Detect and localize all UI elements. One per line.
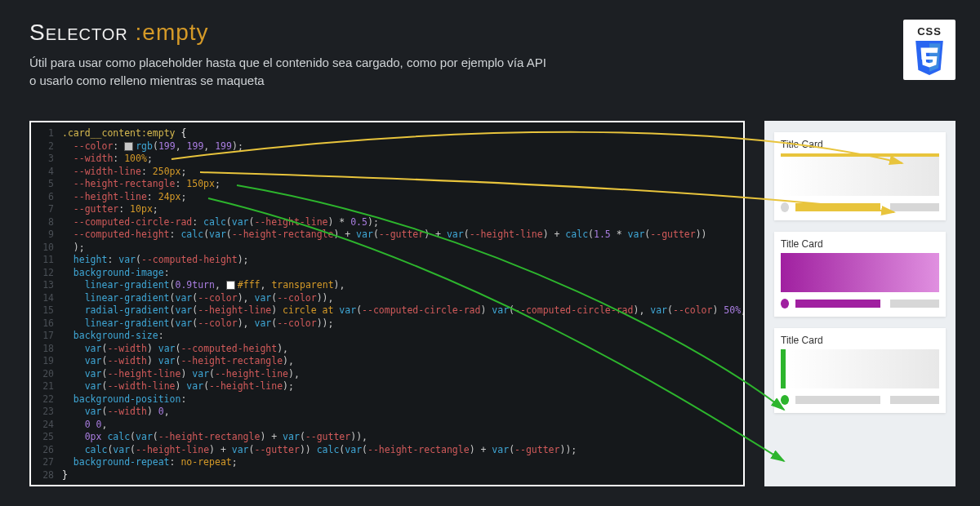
code-content: calc(var(--height-line) + var(--gutter))… <box>62 444 577 457</box>
code-content: --width: 100%; <box>62 153 153 166</box>
code-content: var(--width) var(--computed-height), <box>62 343 288 356</box>
code-line: 21 var(--width-line) var(--height-line); <box>31 380 743 393</box>
line-number: 4 <box>31 166 62 179</box>
preview-card-1: Title Card <box>774 132 946 220</box>
slide-subtitle: Útil para usar como placeholder hasta qu… <box>29 54 951 90</box>
code-content: --computed-height: calc(var(--height-rec… <box>62 229 707 242</box>
code-line: 20 var(--height-line) var(--height-line)… <box>31 368 743 381</box>
preview-column: Title Card Title Card Title Card <box>764 121 956 486</box>
code-line: 24 0 0, <box>31 419 743 432</box>
card-1-circle-placeholder <box>781 202 789 212</box>
code-editor-panel: 1.card__content:empty {2 --color: rgb(19… <box>29 121 745 486</box>
code-content: --height-rectangle: 150px; <box>62 178 220 191</box>
code-line: 7 --gutter: 10px; <box>31 203 743 216</box>
line-number: 16 <box>31 317 62 331</box>
card-2-rect-placeholder <box>781 253 939 292</box>
code-content: --height-line: 24px; <box>62 191 186 204</box>
line-number: 6 <box>31 191 62 204</box>
line-number: 17 <box>31 330 62 343</box>
main-content: 1.card__content:empty {2 --color: rgb(19… <box>29 121 956 486</box>
color-swatch-icon <box>124 142 133 151</box>
code-content: } <box>62 469 68 482</box>
line-number: 1 <box>31 127 62 140</box>
code-line: 25 0px calc(var(--height-rectangle) + va… <box>31 431 743 444</box>
card-1-line-row <box>781 202 939 212</box>
line-number: 15 <box>31 304 62 317</box>
line-number: 5 <box>31 178 62 191</box>
card-1-title: Title Card <box>781 139 939 150</box>
line-number: 7 <box>31 203 62 216</box>
code-line: 11 height: var(--computed-height); <box>31 254 743 267</box>
title-selector-word: Selector <box>29 20 136 45</box>
code-content: var(--width) var(--height-rectangle), <box>62 355 294 368</box>
code-line: 22 background-position: <box>31 393 743 406</box>
code-content: --width-line: 250px; <box>62 166 186 179</box>
color-swatch-icon <box>226 281 235 290</box>
preview-card-2: Title Card <box>774 232 946 317</box>
code-content: background-image: <box>62 267 170 280</box>
code-line: 13 linear-gradient(0.9turn, #fff, transp… <box>31 279 743 292</box>
line-number: 8 <box>31 216 62 229</box>
code-content: --color: rgb(199, 199, 199); <box>62 140 243 153</box>
css3-badge: CSS <box>903 20 956 80</box>
code-line: 28} <box>31 469 743 482</box>
card-3-title: Title Card <box>781 335 939 346</box>
card-2-line2-placeholder <box>890 300 939 308</box>
card-2-line-row <box>781 299 939 308</box>
code-content: background-repeat: no-repeat; <box>62 456 238 469</box>
line-number: 10 <box>31 242 62 255</box>
card-3-rect-placeholder <box>781 349 939 388</box>
code-line: 27 background-repeat: no-repeat; <box>31 456 743 469</box>
code-line: 12 background-image: <box>31 267 743 280</box>
line-number: 3 <box>31 153 62 166</box>
preview-card-3: Title Card <box>774 328 946 413</box>
card-1-rect-placeholder <box>781 153 939 196</box>
line-number: 26 <box>31 444 62 457</box>
card-3-line2-placeholder <box>890 396 939 404</box>
line-number: 2 <box>31 140 62 153</box>
line-number: 14 <box>31 292 62 305</box>
code-line: 16 linear-gradient(var(--color), var(--c… <box>31 317 743 331</box>
code-content: 0 0, <box>62 419 107 432</box>
code-line: 3 --width: 100%; <box>31 153 743 166</box>
code-line: 9 --computed-height: calc(var(--height-r… <box>31 229 743 242</box>
code-line: 14 linear-gradient(var(--color), var(--c… <box>31 292 743 305</box>
css3-badge-text: CSS <box>917 25 942 38</box>
card-2-title: Title Card <box>781 238 939 250</box>
code-content: --gutter: 10px; <box>62 203 158 216</box>
line-number: 22 <box>31 393 62 406</box>
line-number: 28 <box>31 469 62 482</box>
code-content: var(--height-line) var(--height-line), <box>62 368 300 381</box>
line-number: 13 <box>31 279 62 292</box>
line-number: 21 <box>31 380 62 393</box>
code-content: background-position: <box>62 393 186 406</box>
code-line: 4 --width-line: 250px; <box>31 166 743 179</box>
line-number: 18 <box>31 343 62 356</box>
code-line: 23 var(--width) 0, <box>31 406 743 419</box>
code-content: linear-gradient(0.9turn, #fff, transpare… <box>62 279 345 292</box>
code-content: height: var(--computed-height); <box>62 254 249 267</box>
line-number: 27 <box>31 456 62 469</box>
line-number: 9 <box>31 229 62 242</box>
line-number: 11 <box>31 254 62 267</box>
slide-title: Selector :empty <box>29 20 951 46</box>
line-number: 20 <box>31 368 62 381</box>
code-content: --computed-circle-rad: calc(var(--height… <box>62 216 379 229</box>
code-content: radial-gradient(var(--height-line) circl… <box>62 304 745 317</box>
line-number: 25 <box>31 431 62 444</box>
card-2-line-placeholder <box>795 300 880 308</box>
code-content: 0px calc(var(--height-rectangle) + var(-… <box>62 431 368 444</box>
css3-shield-icon <box>914 41 945 75</box>
code-line: 6 --height-line: 24px; <box>31 191 743 204</box>
code-line: 19 var(--width) var(--height-rectangle), <box>31 355 743 368</box>
code-line: 5 --height-rectangle: 150px; <box>31 178 743 191</box>
card-1-line-placeholder <box>795 203 880 211</box>
line-number: 19 <box>31 355 62 368</box>
card-3-line-placeholder <box>795 396 880 404</box>
line-number: 24 <box>31 419 62 432</box>
code-content: var(--width) 0, <box>62 406 170 419</box>
card-3-line-row <box>781 395 939 405</box>
card-1-line2-placeholder <box>890 203 939 211</box>
code-line: 2 --color: rgb(199, 199, 199); <box>31 140 743 153</box>
code-line: 18 var(--width) var(--computed-height), <box>31 343 743 356</box>
